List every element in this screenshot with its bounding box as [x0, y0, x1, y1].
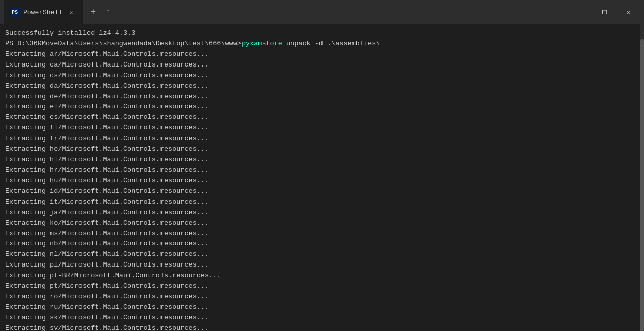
tab-close-button[interactable]: ✕ [66, 7, 76, 17]
list-item: Extracting pt/Microsoft.Maui.Controls.re… [5, 281, 639, 292]
list-item: Extracting it/Microsoft.Maui.Controls.re… [5, 197, 639, 208]
list-item: Extracting nb/Microsoft.Maui.Controls.re… [5, 239, 639, 249]
list-item: Extracting es/Microsoft.Maui.Controls.re… [5, 112, 639, 123]
list-item: Extracting cs/Microsoft.Maui.Controls.re… [5, 71, 639, 81]
minimize-button[interactable]: ─ [569, 0, 592, 24]
tab-area: PS PowerShell ✕ + ˅ [4, 0, 569, 24]
list-item: Extracting da/Microsoft.Maui.Controls.re… [5, 81, 639, 92]
prompt-line: PS D:\360MoveData\Users\shangwendada\Des… [5, 39, 639, 49]
powershell-icon: PS [10, 8, 19, 17]
command-highlight: pyxamstore [242, 39, 282, 49]
list-item: Extracting sv/Microsoft.Maui.Controls.re… [5, 323, 639, 331]
scrollbar-thumb[interactable] [640, 39, 644, 331]
prompt-path: PS D:\360MoveData\Users\shangwendada\Des… [5, 39, 242, 49]
list-item: Extracting fi/Microsoft.Maui.Controls.re… [5, 123, 639, 134]
list-item: Extracting hi/Microsoft.Maui.Controls.re… [5, 155, 639, 165]
list-item: Extracting pt-BR/Microsoft.Maui.Controls… [5, 271, 639, 281]
list-item: Extracting sk/Microsoft.Maui.Controls.re… [5, 313, 639, 323]
list-item: Extracting fr/Microsoft.Maui.Controls.re… [5, 134, 639, 144]
list-item: Extracting he/Microsoft.Maui.Controls.re… [5, 144, 639, 155]
window-controls: ─ ⧠ ✕ [569, 0, 640, 24]
list-item: Extracting id/Microsoft.Maui.Controls.re… [5, 186, 639, 197]
powershell-tab[interactable]: PS PowerShell ✕ [4, 0, 83, 24]
list-item: Extracting hu/Microsoft.Maui.Controls.re… [5, 176, 639, 186]
list-item: Extracting el/Microsoft.Maui.Controls.re… [5, 102, 639, 112]
list-item: Extracting de/Microsoft.Maui.Controls.re… [5, 92, 639, 102]
extracting-lines: Extracting ar/Microsoft.Maui.Controls.re… [5, 49, 639, 331]
list-item: Extracting ar/Microsoft.Maui.Controls.re… [5, 49, 639, 60]
list-item: Extracting ko/Microsoft.Maui.Controls.re… [5, 218, 639, 229]
list-item: Extracting ja/Microsoft.Maui.Controls.re… [5, 208, 639, 218]
list-item: Extracting pl/Microsoft.Maui.Controls.re… [5, 260, 639, 271]
list-item: Extracting nl/Microsoft.Maui.Controls.re… [5, 249, 639, 260]
list-item: Extracting hr/Microsoft.Maui.Controls.re… [5, 165, 639, 176]
command-path: .\assemblies\ [323, 39, 380, 49]
maximize-button[interactable]: ⧠ [593, 0, 616, 24]
command-flag: -d [315, 39, 323, 49]
tab-label: PowerShell [23, 9, 62, 16]
list-item: Extracting ru/Microsoft.Maui.Controls.re… [5, 302, 639, 313]
tab-dropdown-button[interactable]: ˅ [101, 5, 115, 19]
scrollbar[interactable] [640, 24, 644, 331]
command-args: unpack [282, 39, 315, 49]
close-button[interactable]: ✕ [617, 0, 640, 24]
success-line: Successfully installed lz4-4.3.3 [5, 28, 639, 39]
title-bar: PS PowerShell ✕ + ˅ ─ ⧠ ✕ [0, 0, 644, 24]
list-item: Extracting ro/Microsoft.Maui.Controls.re… [5, 292, 639, 302]
new-tab-button[interactable]: + [85, 4, 101, 20]
terminal-body: Successfully installed lz4-4.3.3 PS D:\3… [0, 24, 644, 331]
list-item: Extracting ms/Microsoft.Maui.Controls.re… [5, 229, 639, 239]
list-item: Extracting ca/Microsoft.Maui.Controls.re… [5, 60, 639, 71]
